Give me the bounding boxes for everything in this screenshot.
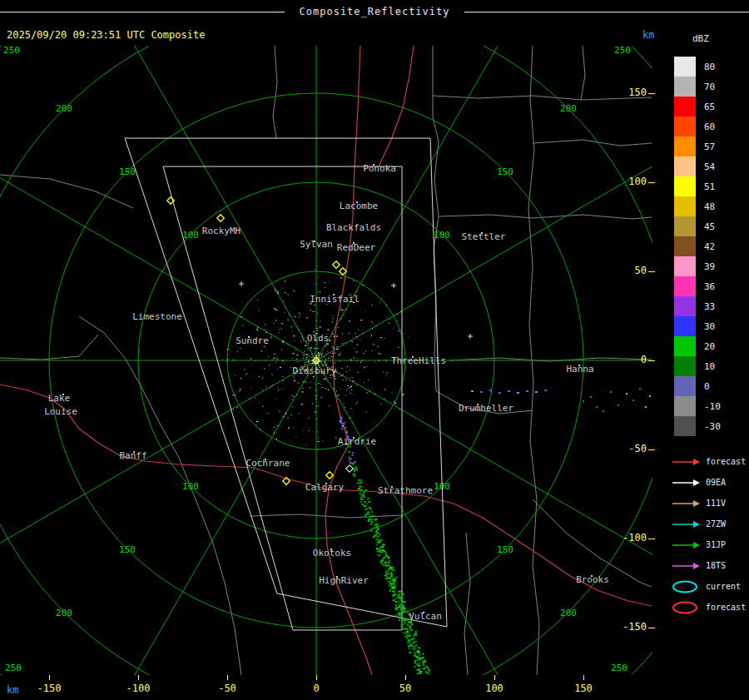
colorbar-value: 0: [704, 381, 710, 392]
echo-pixel: [394, 594, 397, 596]
clutter-speck: [349, 320, 350, 321]
legend-item: 111V: [671, 493, 746, 514]
colorbar-value: 39: [704, 261, 715, 272]
clutter-speck: [257, 327, 258, 328]
clutter-speck: [357, 401, 358, 402]
clutter-speck: [242, 325, 243, 326]
echo-pixel: [471, 390, 474, 392]
clutter-speck: [325, 363, 326, 364]
echo-pixel: [389, 560, 390, 562]
clutter-speck: [260, 429, 260, 430]
echo-pixel: [415, 631, 417, 633]
legend-item: forecast: [671, 451, 746, 472]
clutter-speck: [387, 372, 388, 373]
colorbar-entry: 33: [674, 296, 721, 316]
colorbar-swatch: [674, 316, 696, 336]
echo-pixel: [517, 392, 519, 394]
clutter-speck: [312, 404, 313, 405]
clutter-speck: [324, 379, 325, 380]
right-axis-unit-label: km: [642, 29, 654, 41]
clutter-speck: [351, 340, 352, 341]
clutter-speck: [297, 328, 298, 329]
echo-pixel: [406, 611, 409, 613]
clutter-speck: [362, 360, 363, 360]
clutter-speck: [341, 310, 343, 310]
range-ring-label: 100: [434, 230, 450, 241]
clutter-speck: [314, 383, 315, 384]
echo-pixel: [379, 549, 380, 550]
echo-pixel: [365, 514, 366, 516]
bottom-axis-tick-mark: [138, 675, 139, 680]
echo-pixel: [359, 493, 360, 494]
clutter-speck: [281, 350, 282, 350]
clutter-speck: [353, 382, 354, 383]
colorbar-value: 20: [704, 341, 715, 352]
clutter-speck: [333, 348, 335, 349]
clutter-speck: [275, 320, 276, 321]
echo-pixel: [365, 489, 367, 491]
clutter-speck: [256, 424, 257, 425]
clutter-speck: [392, 393, 393, 394]
echo-pixel: [414, 662, 416, 663]
clutter-speck: [315, 284, 316, 285]
clutter-speck: [328, 390, 330, 390]
clutter-speck: [350, 370, 350, 370]
clutter-speck: [241, 317, 241, 318]
clutter-speck: [339, 375, 340, 376]
echo-pixel: [386, 555, 388, 557]
vector-legend: forecast09EA111V27ZW31JP18TScurrentforec…: [671, 451, 746, 618]
clutter-speck: [357, 360, 358, 361]
clutter-speck: [322, 353, 323, 354]
colorbar-value: 10: [704, 361, 715, 372]
echo-pixel: [377, 550, 379, 552]
clutter-speck: [369, 390, 370, 391]
echo-pixel: [403, 632, 404, 633]
clutter-speck: [320, 353, 321, 354]
echo-pixel: [406, 638, 408, 639]
clutter-speck: [333, 334, 334, 335]
clutter-speck: [283, 380, 284, 381]
radar-map[interactable]: 1001502002501001502002501001502002501001…: [0, 46, 652, 675]
city-dot-icon: [373, 164, 374, 166]
echo-pixel: [360, 482, 363, 484]
echo-pixel: [409, 648, 411, 649]
legend-label: 18TS: [706, 561, 726, 570]
clutter-speck: [313, 357, 314, 358]
echo-pixel: [372, 536, 374, 538]
echo-pixel: [418, 647, 420, 648]
city-label: Stettler: [462, 231, 506, 242]
echo-pixel: [422, 664, 424, 666]
echo-pixel: [526, 390, 528, 392]
echo-pixel: [381, 551, 383, 553]
clutter-speck: [279, 330, 280, 330]
clutter-speck: [283, 376, 284, 377]
clutter-speck: [333, 315, 334, 316]
city-label: RedDeer: [337, 242, 376, 253]
clutter-speck: [337, 396, 338, 397]
colorbar-value: 54: [704, 161, 715, 172]
clutter-speck: [356, 358, 357, 359]
clutter-speck: [300, 330, 300, 330]
echo-pixel: [383, 558, 384, 559]
clutter-speck: [256, 329, 258, 330]
echo-pixel: [603, 410, 604, 412]
clutter-speck: [240, 389, 241, 390]
clutter-speck: [325, 346, 326, 347]
echo-pixel: [360, 496, 363, 498]
clutter-speck: [368, 380, 369, 380]
colorbar-value: 36: [704, 281, 715, 292]
echo-pixel: [419, 652, 420, 653]
city-dot-icon: [477, 404, 479, 405]
clutter-speck: [379, 360, 379, 361]
legend-item: 31JP: [671, 534, 746, 555]
clutter-speck: [305, 351, 305, 352]
echo-pixel: [368, 519, 370, 520]
colorbar-entry: -30: [674, 416, 721, 436]
echo-pixel: [387, 570, 389, 572]
colorbar-swatch: [674, 396, 696, 416]
clutter-speck: [306, 382, 307, 383]
clutter-speck: [356, 336, 357, 337]
clutter-speck: [303, 339, 304, 340]
clutter-speck: [345, 407, 345, 408]
city-dot-icon: [248, 336, 250, 338]
